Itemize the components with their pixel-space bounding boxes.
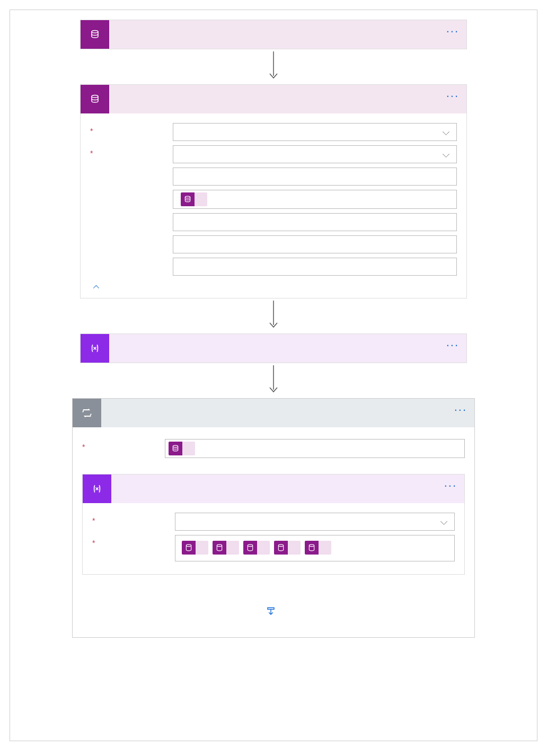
step-menu-button[interactable]: ··· bbox=[444, 483, 457, 488]
connector-arrow bbox=[42, 365, 505, 395]
variable-icon bbox=[81, 334, 109, 363]
svg-point-7 bbox=[186, 544, 191, 547]
step-menu-button[interactable]: ··· bbox=[446, 29, 459, 34]
label-aggregation bbox=[90, 168, 173, 171]
token-discount[interactable] bbox=[305, 541, 331, 555]
connector-arrow bbox=[42, 51, 505, 81]
svg-point-2 bbox=[92, 95, 98, 98]
select-output-input[interactable] bbox=[165, 439, 465, 458]
connector-arrow bbox=[42, 301, 505, 330]
label-select-output: * bbox=[82, 439, 165, 452]
step-apply-to-each: ··· * bbox=[72, 398, 475, 638]
orderby-input[interactable] bbox=[173, 213, 457, 231]
token-quote[interactable] bbox=[181, 192, 207, 206]
svg-point-11 bbox=[309, 544, 314, 547]
variable-name-select[interactable] bbox=[175, 513, 455, 531]
token-price[interactable] bbox=[243, 541, 270, 555]
token-name[interactable] bbox=[213, 541, 239, 555]
flow-canvas: ··· ··· * * bbox=[10, 10, 537, 741]
step-list-header[interactable]: ··· bbox=[81, 85, 466, 113]
label-filter bbox=[90, 190, 173, 193]
label-expand bbox=[90, 258, 173, 261]
environment-select[interactable] bbox=[173, 123, 457, 141]
svg-point-3 bbox=[185, 196, 190, 198]
label-environment: * bbox=[90, 123, 173, 136]
add-action-icon bbox=[266, 606, 276, 616]
variable-icon bbox=[83, 474, 111, 503]
step-menu-button[interactable]: ··· bbox=[454, 407, 467, 412]
token-value[interactable] bbox=[169, 442, 195, 455]
step-init-variable: ··· bbox=[80, 333, 467, 363]
step-menu-button[interactable]: ··· bbox=[446, 93, 459, 99]
aggregation-input[interactable] bbox=[173, 168, 457, 186]
label-orderby bbox=[90, 213, 173, 216]
label-entity: * bbox=[90, 145, 173, 158]
step-append-header[interactable]: ··· bbox=[83, 474, 464, 503]
cds-icon bbox=[81, 85, 109, 113]
svg-point-0 bbox=[92, 31, 98, 33]
step-append-variable: ··· * * bbox=[82, 474, 465, 575]
chevron-up-icon bbox=[93, 285, 99, 291]
token-extended[interactable] bbox=[274, 541, 301, 555]
step-list-body: * * bbox=[81, 113, 466, 298]
expand-input[interactable] bbox=[173, 258, 457, 276]
topcount-input[interactable] bbox=[173, 235, 457, 253]
step-menu-button[interactable]: ··· bbox=[446, 342, 459, 348]
step-list-records: ··· * * bbox=[80, 84, 467, 298]
step-each-body: * bbox=[73, 427, 474, 637]
svg-point-9 bbox=[248, 544, 252, 547]
cds-icon bbox=[81, 20, 109, 49]
hide-advanced-link[interactable] bbox=[90, 285, 98, 289]
add-action-button[interactable] bbox=[266, 606, 281, 616]
svg-point-6 bbox=[173, 445, 178, 447]
step-each-header[interactable]: ··· bbox=[73, 399, 474, 427]
step-trigger-header[interactable]: ··· bbox=[81, 20, 466, 49]
svg-point-10 bbox=[278, 544, 283, 547]
filter-input[interactable] bbox=[173, 190, 457, 209]
svg-point-8 bbox=[217, 544, 222, 547]
loop-icon bbox=[73, 399, 101, 427]
step-trigger: ··· bbox=[80, 20, 467, 49]
value-input[interactable] bbox=[175, 535, 455, 561]
label-name: * bbox=[92, 513, 175, 525]
svg-rect-12 bbox=[268, 608, 274, 610]
token-quantity[interactable] bbox=[182, 541, 208, 555]
label-topcount bbox=[90, 235, 173, 239]
step-init-header[interactable]: ··· bbox=[81, 334, 466, 363]
label-value: * bbox=[92, 535, 175, 548]
entity-select[interactable] bbox=[173, 145, 457, 163]
